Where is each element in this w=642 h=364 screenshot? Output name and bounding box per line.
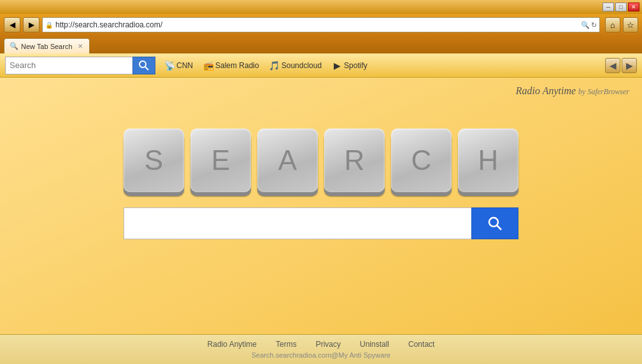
bookmarks-bar: 📡 CNN 📻 Salem Radio 🎵 Soundcloud ▶ Spoti… [160, 59, 371, 72]
brand-text: Radio Anytime by SaferBrowser [516, 85, 629, 97]
toolbar-search-box [5, 57, 155, 74]
toolbar: 📡 CNN 📻 Salem Radio 🎵 Soundcloud ▶ Spoti… [0, 53, 642, 78]
bookmark-cnn[interactable]: 📡 CNN [160, 59, 197, 72]
address-actions: 🔍 ↻ [581, 21, 597, 29]
main-search-icon [488, 216, 502, 230]
svg-point-0 [139, 61, 146, 67]
tab-close-icon[interactable]: ✕ [78, 43, 83, 50]
home-button[interactable]: ⌂ [605, 17, 620, 32]
bookmark-soundcloud-label: Soundcloud [282, 61, 322, 70]
page-content: Radio Anytime by SaferBrowser S E A R C … [0, 78, 642, 364]
svg-line-3 [497, 225, 501, 230]
spotify-icon: ▶ [332, 60, 342, 71]
footer-link-contact[interactable]: Contact [408, 340, 434, 349]
back-button[interactable]: ◀ [4, 17, 20, 32]
brand-name: Radio Anytime [516, 85, 576, 96]
tab-icon: 🔍 [10, 42, 18, 50]
title-bar: ─ □ ✕ [0, 0, 642, 14]
search-icon [139, 60, 149, 71]
toolbar-nav: ◀ ▶ [605, 58, 637, 73]
minimize-button[interactable]: ─ [603, 3, 614, 11]
close-button[interactable]: ✕ [628, 3, 639, 11]
address-icon: 🔒 [45, 22, 53, 29]
keyboard-graphic: S E A R C H [124, 129, 518, 192]
svg-line-1 [145, 67, 148, 70]
tab-new-tab-search[interactable]: 🔍 New Tab Search ✕ [4, 38, 90, 53]
footer-link-terms[interactable]: Terms [276, 340, 297, 349]
footer-links: Radio Anytime Terms Privacy Uninstall Co… [0, 340, 642, 349]
tab-bar: 🔍 New Tab Search ✕ [0, 36, 642, 53]
toolbar-search-button[interactable] [132, 57, 155, 74]
nav-icons: ⌂ ☆ [605, 17, 638, 32]
toolbar-search-input[interactable] [5, 57, 132, 74]
favorites-button[interactable]: ☆ [623, 17, 638, 32]
key-h: H [458, 129, 518, 192]
nav-bar: ◀ ▶ 🔒 🔍 ↻ ⌂ ☆ [0, 14, 642, 36]
tab-label: New Tab Search [21, 43, 73, 50]
address-search-button[interactable]: 🔍 [581, 21, 590, 29]
brand-by: by SaferBrowser [578, 87, 629, 96]
footer-url: Search.searchradioa.com@My Anti Spyware [0, 351, 642, 359]
address-bar: 🔒 🔍 ↻ [42, 17, 600, 32]
footer-link-privacy[interactable]: Privacy [316, 340, 341, 349]
footer-link-uninstall[interactable]: Uninstall [360, 340, 389, 349]
bookmark-soundcloud[interactable]: 🎵 Soundcloud [266, 59, 325, 72]
key-e: E [190, 129, 251, 192]
bookmark-salem-radio-label: Salem Radio [215, 61, 259, 70]
main-search-container [124, 207, 518, 239]
bookmark-spotify-label: Spotify [344, 61, 367, 70]
bookmark-cnn-label: CNN [176, 61, 193, 70]
main-search-button[interactable] [471, 207, 518, 239]
svg-point-2 [489, 218, 498, 227]
address-input[interactable] [55, 20, 581, 29]
forward-button[interactable]: ▶ [23, 17, 39, 32]
toolbar-prev-button[interactable]: ◀ [605, 58, 620, 73]
address-refresh-button[interactable]: ↻ [591, 21, 597, 29]
key-a: A [257, 129, 318, 192]
toolbar-next-button[interactable]: ▶ [622, 58, 637, 73]
soundcloud-icon: 🎵 [269, 60, 280, 71]
footer: Radio Anytime Terms Privacy Uninstall Co… [0, 334, 642, 364]
bookmark-salem-radio[interactable]: 📻 Salem Radio [199, 59, 263, 72]
key-s: S [124, 129, 184, 192]
maximize-button[interactable]: □ [615, 3, 627, 11]
bookmark-spotify[interactable]: ▶ Spotify [328, 59, 371, 72]
key-r: R [324, 129, 385, 192]
cnn-icon: 📡 [164, 60, 175, 71]
window-controls: ─ □ ✕ [603, 3, 639, 11]
main-search-input[interactable] [124, 207, 471, 239]
salem-radio-icon: 📻 [203, 60, 213, 71]
footer-link-radio-anytime[interactable]: Radio Anytime [208, 340, 257, 349]
key-c: C [391, 129, 452, 192]
browser-window: ─ □ ✕ ◀ ▶ 🔒 🔍 ↻ ⌂ ☆ 🔍 New Tab Search ✕ [0, 0, 642, 364]
